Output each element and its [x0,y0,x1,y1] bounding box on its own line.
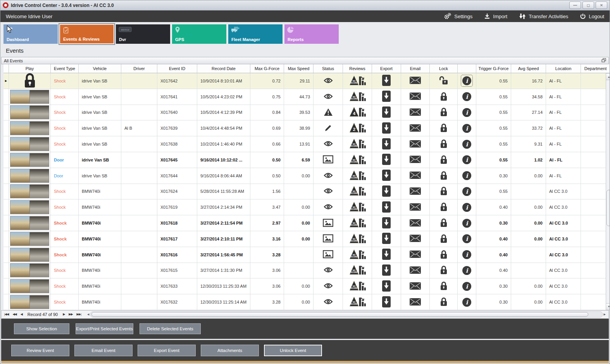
event-video-thumbnail[interactable] [10,216,49,230]
cell-email[interactable] [401,294,430,310]
cell-status[interactable] [314,89,343,105]
fast-next-button[interactable]: ▶▶ [67,312,74,316]
col-header-location[interactable]: Location [546,64,581,73]
row-selector-cell[interactable] [3,199,9,215]
col-header-max_speed[interactable]: Max Speed [284,64,314,73]
unlock-event-button[interactable]: Unlock Event [264,345,322,356]
table-row[interactable]: ▶Shockidrive Van SBX01764210/9/2014 8:10… [3,73,610,89]
cell-lock[interactable] [430,105,458,121]
row-selector-cell[interactable] [3,89,9,105]
col-header-info[interactable] [458,64,476,73]
event-video-thumbnail[interactable] [10,137,49,151]
col-header-export[interactable]: Export [372,64,401,73]
next-record-button[interactable]: ▶ [62,312,66,316]
horizontal-scroll-track[interactable] [90,311,602,318]
cell-status[interactable] [314,168,343,184]
cell-export[interactable] [372,184,401,200]
table-row[interactable]: Shockidrive Van SBX01763810/2/2014 1:46:… [3,136,610,152]
row-selector-cell[interactable] [3,136,9,152]
import-button[interactable]: Import [484,13,507,19]
cell-play[interactable] [9,136,51,152]
col-header-trigger_g[interactable]: Trigger G-Force [476,64,511,73]
cell-lock[interactable] [430,152,458,168]
cell-email[interactable] [401,73,430,89]
cell-play[interactable] [9,152,51,168]
col-header-event_id[interactable]: Event ID [157,64,197,73]
cell-reviews[interactable]: 2 [343,120,372,136]
close-button[interactable]: ✕ [596,2,607,9]
cell-info[interactable]: i [458,278,476,294]
cell-play[interactable] [9,215,51,231]
event-video-thumbnail[interactable] [10,105,49,119]
cell-reviews[interactable]: NOSCORE [343,73,372,89]
export-print-selected-events-button[interactable]: Export/Print Selected Events [76,323,133,334]
cell-info[interactable]: i [458,184,476,200]
cell-reviews[interactable]: NOSCORE [343,184,372,200]
cell-email[interactable] [401,120,430,136]
cell-export[interactable] [372,215,401,231]
cell-play[interactable] [9,105,51,121]
row-selector-cell[interactable] [3,184,9,200]
table-row[interactable]: ShockBMW740iX0176153/27/2014 1:31:30 PM3… [3,263,610,279]
row-selector-cell[interactable] [3,278,9,294]
prev-record-button[interactable]: ◀ [19,312,24,316]
cell-play[interactable] [9,263,51,279]
tab-events-reviews[interactable]: Events & Reviews [60,24,114,44]
show-selection-button[interactable]: Show Selection [14,323,69,334]
cell-lock[interactable] [430,136,458,152]
col-header-status[interactable]: Status [314,64,343,73]
cell-reviews[interactable]: NOSCORE [343,136,372,152]
cell-info[interactable]: i [458,120,476,136]
cell-status[interactable] [314,278,343,294]
cell-email[interactable] [401,184,430,200]
cell-export[interactable] [372,105,401,121]
cell-info[interactable]: i [458,168,476,184]
review-event-button[interactable]: Review Event [11,345,69,356]
cell-email[interactable] [401,89,430,105]
first-record-button[interactable]: |◀◀ [3,312,10,316]
cell-status[interactable] [314,73,343,89]
cell-reviews[interactable]: NOSCORE [343,294,372,310]
cell-status[interactable] [314,247,343,263]
cell-export[interactable] [372,278,401,294]
row-selector-cell[interactable] [3,247,9,263]
row-selector-cell[interactable] [3,294,9,310]
cell-reviews[interactable]: NOSCORE [343,263,372,279]
cell-lock[interactable] [430,263,458,279]
cascade-windows-icon[interactable] [601,58,606,63]
cell-lock[interactable] [430,278,458,294]
row-selector-cell[interactable] [3,231,9,247]
event-video-thumbnail[interactable] [10,121,49,135]
cell-export[interactable] [372,89,401,105]
event-video-thumbnail[interactable] [10,169,49,183]
cell-export[interactable] [372,136,401,152]
cell-play[interactable] [9,168,51,184]
horizontal-scrollbar[interactable]: ◀ ▶ [86,311,607,318]
table-row[interactable]: Shockidrive Van SBX01764010/5/2014 4:12:… [3,105,610,121]
tab-fleet-manager[interactable]: Fleet Manager [228,24,283,44]
cell-reviews[interactable]: NOSCORE [343,89,372,105]
cell-info[interactable]: i [458,73,476,89]
cell-reviews[interactable]: NOSCORE [343,199,372,215]
cell-play[interactable] [9,247,51,263]
vertical-scroll-thumb[interactable] [607,190,610,226]
cell-play[interactable] [9,199,51,215]
transfer-activities-button[interactable]: Transfer Activities [519,13,568,19]
cell-status[interactable] [314,120,343,136]
table-row[interactable]: ShockBMW740iX0176193/27/2014 2:14:34 PM3… [3,199,610,215]
cell-email[interactable] [401,231,430,247]
col-header-driver[interactable]: Driver [121,64,157,73]
cell-export[interactable] [372,263,401,279]
row-selector-cell[interactable] [3,168,9,184]
col-header-reviews[interactable]: Reviews [343,64,372,73]
table-row[interactable]: ShockBMW740iX0176173/27/2014 2:10:11 PM3… [3,231,610,247]
cell-info[interactable]: i [458,294,476,310]
cell-reviews[interactable]: NOSCORE [343,152,372,168]
fast-prev-button[interactable]: ◀◀ [11,312,17,316]
col-header-record_date[interactable]: Record Date [197,64,250,73]
col-header-gutter[interactable] [3,64,9,73]
cell-status[interactable] [314,263,343,279]
event-video-thumbnail[interactable] [10,248,49,262]
cell-export[interactable] [372,294,401,310]
cell-info[interactable]: i [458,136,476,152]
